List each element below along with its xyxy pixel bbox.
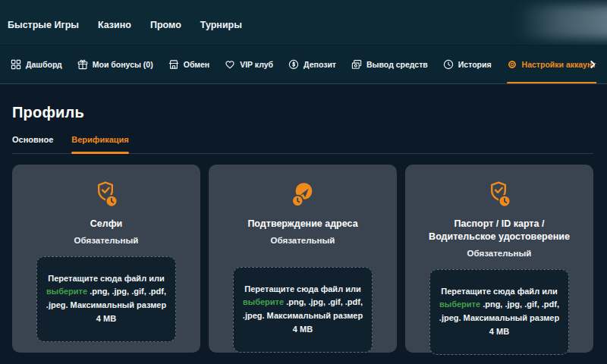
profile-tabs: ОсновноеВерификация [12,135,593,154]
file-dropzone[interactable]: Перетащите сюда файл или выберите .png, … [36,256,176,342]
account-nav-item-8[interactable]: Настройки аккаунта [507,46,596,83]
account-nav-item-label: Настройки аккаунта [522,60,596,69]
card-required-badge: Обязательный [219,236,386,245]
card-title: Паспорт / ID карта / Водительское удосто… [416,218,583,243]
verification-card-2: Подтверждение адреса Обязательный Перета… [209,165,397,353]
top-nav-item-4[interactable]: Турниры [200,20,242,30]
card-required-badge: Обязательный [416,249,583,258]
choose-file-link[interactable]: выберите [243,297,284,306]
account-nav-item-6[interactable]: Вывод средств [351,46,428,83]
account-nav: Дашборд Мои бонусы (0) Обмен VIP клуб Де… [0,46,607,84]
account-nav-items: Дашборд Мои бонусы (0) Обмен VIP клуб Де… [11,46,596,83]
shop-icon [168,59,179,70]
account-nav-item-label: История [458,60,492,69]
account-nav-item-label: Дашборд [26,60,62,69]
account-nav-item-1[interactable]: Дашборд [11,46,62,83]
clock-icon [443,59,454,70]
top-nav-items: Быстрые ИгрыКазиноПромоТурниры [8,20,242,30]
profile-tab-2[interactable]: Верификация [71,135,129,153]
banknotes-icon [351,59,362,70]
account-nav-item-label: VIP клуб [240,60,273,69]
verification-card-3: Паспорт / ID карта / Водительское удосто… [405,165,593,353]
shield-check-clock-icon [416,180,583,212]
top-nav: Быстрые ИгрыКазиноПромоТурниры [0,0,607,46]
card-title: Селфи [23,218,190,231]
main-content: Профиль ОсновноеВерификация Селфи Обязат… [0,84,607,353]
heart-icon [225,59,235,70]
account-nav-item-3[interactable]: Обмен [168,46,209,83]
profile-tab-1[interactable]: Основное [12,135,53,153]
account-nav-item-label: Мои бонусы (0) [93,60,153,69]
gear-icon [507,59,517,70]
file-dropzone[interactable]: Перетащите сюда файл или выберите .png, … [429,269,569,355]
account-nav-item-label: Депозит [304,60,336,69]
page-title: Профиль [12,104,596,121]
dropzone-text: Перетащите сюда файл или [244,284,360,293]
verification-cards: Селфи Обязательный Перетащите сюда файл … [12,165,596,353]
account-nav-item-5[interactable]: Депозит [288,46,336,83]
verification-card-1: Селфи Обязательный Перетащите сюда файл … [12,165,200,353]
choose-file-link[interactable]: выберите [439,300,480,309]
shield-check-clock-icon [23,180,190,212]
chevron-right-icon[interactable] [587,59,598,70]
dashboard-icon [11,59,21,70]
dropzone-text: Перетащите сюда файл или [441,287,557,296]
blurred-user-info [516,5,607,39]
account-nav-item-label: Вывод средств [366,60,428,69]
compass-clock-icon [219,180,386,212]
account-nav-item-2[interactable]: Мои бонусы (0) [77,46,153,83]
top-nav-item-3[interactable]: Промо [150,20,181,30]
top-nav-item-2[interactable]: Казино [98,20,131,30]
account-nav-item-label: Обмен [184,60,209,69]
choose-file-link[interactable]: выберите [46,287,87,296]
file-dropzone[interactable]: Перетащите сюда файл или выберите .png, … [233,267,373,353]
card-title: Подтверждение адреса [219,218,386,231]
card-required-badge: Обязательный [23,236,190,245]
coin-icon [288,59,299,70]
account-nav-item-7[interactable]: История [443,46,492,83]
app-root: Быстрые ИгрыКазиноПромоТурниры Дашборд М… [0,0,607,364]
top-nav-item-1[interactable]: Быстрые Игры [8,20,79,30]
account-nav-item-4[interactable]: VIP клуб [225,46,273,83]
dropzone-text: Перетащите сюда файл или [48,274,164,283]
gift-icon [77,59,88,70]
